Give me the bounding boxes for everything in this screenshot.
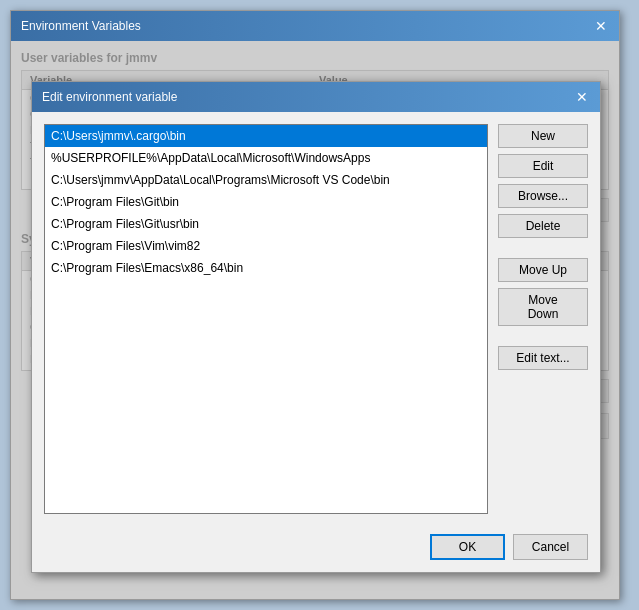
edit-env-dialog: Edit environment variable ✕ C:\Users\jmm… xyxy=(31,81,601,573)
dialog-title-bar: Edit environment variable ✕ xyxy=(32,82,600,112)
edit-button[interactable]: Edit xyxy=(498,154,588,178)
dialog-close-button[interactable]: ✕ xyxy=(574,90,590,104)
list-item[interactable] xyxy=(45,279,487,303)
env-content: User variables for jmmv Variable Value O… xyxy=(11,41,619,599)
dialog-cancel-button[interactable]: Cancel xyxy=(513,534,588,560)
list-item[interactable]: C:\Users\jmmv\AppData\Local\Programs\Mic… xyxy=(45,169,487,191)
dialog-ok-button[interactable]: OK xyxy=(430,534,505,560)
move-buttons: Move Up Move Down xyxy=(498,258,588,326)
edit-text-button[interactable]: Edit text... xyxy=(498,346,588,370)
dialog-button-column: New Edit Browse... Delete Move Up Move D… xyxy=(498,124,588,514)
env-close-button[interactable]: ✕ xyxy=(593,19,609,33)
list-item[interactable]: C:\Program Files\Git\usr\bin xyxy=(45,213,487,235)
path-list[interactable]: C:\Users\jmmv\.cargo\bin %USERPROFILE%\A… xyxy=(44,124,488,514)
list-item[interactable] xyxy=(45,375,487,399)
list-item[interactable] xyxy=(45,327,487,351)
dialog-title: Edit environment variable xyxy=(42,90,177,104)
dialog-footer: OK Cancel xyxy=(32,526,600,572)
dialog-body: C:\Users\jmmv\.cargo\bin %USERPROFILE%\A… xyxy=(32,112,600,526)
list-item[interactable]: C:\Users\jmmv\.cargo\bin xyxy=(45,125,487,147)
edit-text-group: Edit text... xyxy=(498,346,588,370)
delete-button[interactable]: Delete xyxy=(498,214,588,238)
list-item[interactable] xyxy=(45,303,487,327)
list-item[interactable]: C:\Program Files\Git\bin xyxy=(45,191,487,213)
list-item[interactable]: C:\Program Files\Emacs\x86_64\bin xyxy=(45,257,487,279)
list-item[interactable]: %USERPROFILE%\AppData\Local\Microsoft\Wi… xyxy=(45,147,487,169)
crud-buttons: New Edit Browse... Delete xyxy=(498,124,588,238)
list-item[interactable]: C:\Program Files\Vim\vim82 xyxy=(45,235,487,257)
new-button[interactable]: New xyxy=(498,124,588,148)
list-item[interactable] xyxy=(45,351,487,375)
move-down-button[interactable]: Move Down xyxy=(498,288,588,326)
move-up-button[interactable]: Move Up xyxy=(498,258,588,282)
env-window-title: Environment Variables xyxy=(21,19,141,33)
env-variables-window: Environment Variables ✕ User variables f… xyxy=(10,10,620,600)
browse-button[interactable]: Browse... xyxy=(498,184,588,208)
env-title-bar: Environment Variables ✕ xyxy=(11,11,619,41)
